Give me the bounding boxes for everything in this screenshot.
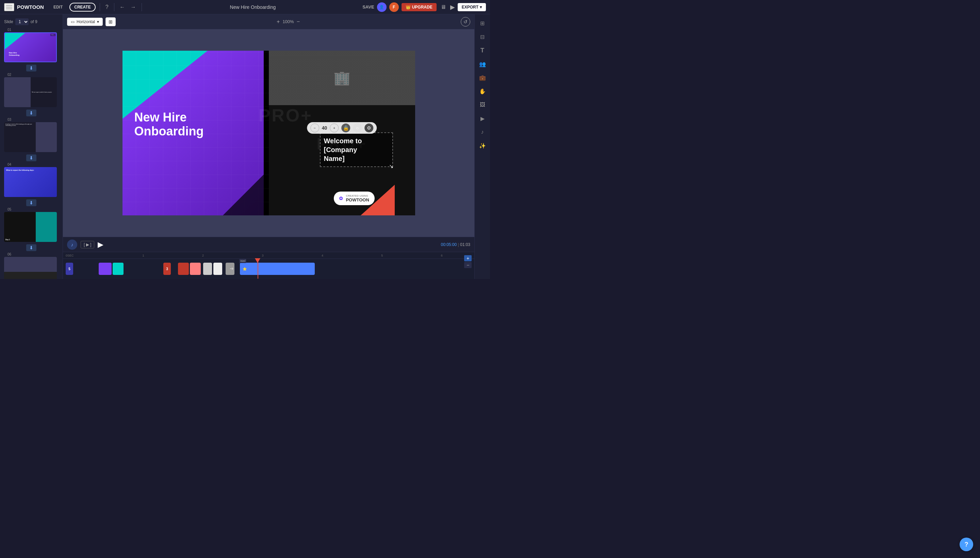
music-button[interactable]: ♪ (67, 240, 77, 250)
slide-thumb-1[interactable]: New HireOnboarding PRO+ (4, 32, 57, 62)
slide-thumb-3[interactable]: [employee name], will be leading you thr… (4, 122, 57, 152)
slide-add-btn-5[interactable]: ⬇ (26, 244, 36, 251)
slide-panel: Slide 1 of 9 01 New HireOnboarding PRO+ … (0, 14, 63, 279)
timeline-add-button[interactable]: + (464, 255, 472, 261)
text-editor-box[interactable]: Welcome to[CompanyName] ↘ (320, 132, 393, 167)
help-nav-icon[interactable]: ? (104, 3, 110, 11)
sidebar-people-button[interactable]: 👥 (476, 58, 489, 70)
slide-item-5[interactable]: 05 Day 1 ⬇ (0, 208, 62, 251)
slide-item-1[interactable]: 01 New HireOnboarding PRO+ ⬇ (0, 28, 62, 71)
text-editor-toolbar: − 40 + 🔒 ○ ⚙ (307, 122, 377, 134)
timeline-block-red2[interactable] (190, 263, 201, 275)
heading-line1: New Hire (135, 110, 204, 124)
zoom-minus-button[interactable]: − (297, 19, 300, 25)
user-avatar[interactable]: F (389, 2, 399, 12)
heading-line2: Onboarding (135, 124, 204, 138)
slide-num-04: 04 (4, 162, 59, 166)
timeline-block-5[interactable]: 5 (66, 263, 73, 275)
slide-thumb-2[interactable]: We are super excited to have you join. (4, 77, 57, 107)
slide-item-2[interactable]: 02 We are super excited to have you join… (0, 73, 62, 117)
slide-item-6[interactable]: 06 Day 2 ⬇ (0, 253, 62, 279)
lock-icon[interactable]: 🔒 (341, 123, 350, 132)
slide-add-btn-4[interactable]: ⬇ (26, 199, 36, 206)
office-photo: 🏢 (269, 51, 415, 105)
playback-bar: ♪ [ ▶ ] ▶ 00:05:00 | 01:03 (63, 237, 474, 252)
upgrade-button[interactable]: 👑 UPGRADE (402, 3, 437, 11)
decrease-font-btn[interactable]: − (310, 123, 319, 132)
slide-label: Slide (4, 20, 13, 24)
center-area: ▭ Horizontal ▾ ⊞ + 100% − ↺ (63, 14, 474, 279)
slide-item-4[interactable]: 04 What to expect the following days: ⬇ (0, 162, 62, 206)
increase-font-btn[interactable]: + (330, 123, 338, 132)
circle-icon[interactable]: ○ (353, 123, 362, 132)
app-logo: POWTOON (17, 4, 44, 10)
undo-button[interactable]: ← (118, 3, 126, 11)
ruler-marks: 0SEC 1 2 3 4 5 6 (66, 254, 472, 257)
timeline-block-teal[interactable] (113, 263, 123, 275)
slide-header: Slide 1 of 9 (0, 17, 62, 28)
timeline-block-selected[interactable]: ⭐ (240, 263, 315, 275)
slide-thumb-6[interactable]: Day 2 (4, 257, 57, 279)
slide-add-btn-1[interactable]: ⬇ (26, 65, 36, 71)
nav-separator3 (141, 3, 142, 11)
dark-triangle (223, 174, 264, 215)
office-bg: 🏢 (269, 51, 415, 105)
timeline-ruler: 0SEC 1 2 3 4 5 6 (63, 252, 474, 259)
chevron-down-icon: ▾ (480, 5, 482, 10)
timeline-minus-button[interactable]: − (464, 262, 472, 268)
slide-num-01: 01 (4, 28, 59, 32)
slide-num-03: 03 (4, 118, 59, 121)
grid-toggle-button[interactable]: ⊞ (105, 17, 116, 26)
slide-number-select[interactable]: 1 (15, 18, 29, 25)
sidebar-shapes-button[interactable]: 💼 (476, 71, 489, 84)
edit-button[interactable]: EDIT (49, 3, 67, 11)
timeline-block-white2[interactable] (213, 263, 222, 275)
slide-item-3[interactable]: 03 [employee name], will be leading you … (0, 118, 62, 161)
powtoon-badge: ✿ CREATED USING POWTOON (333, 192, 374, 205)
settings-icon[interactable]: ⚙ (364, 123, 373, 132)
timeline-block-3[interactable]: 3 (163, 263, 171, 275)
timeline-block-purple[interactable] (98, 263, 112, 275)
ruler-3: 3 (233, 254, 292, 257)
zoom-level: 100% (282, 19, 294, 24)
powtoon-badge-text-wrap: CREATED USING POWTOON (346, 194, 369, 202)
pro-watermark: PRO+ (259, 105, 313, 126)
right-sidebar: ⊞ ⊟ T 👥 💼 ✋ 🖼 ▶ ♪ ✨ (474, 14, 490, 279)
slide-add-btn-2[interactable]: ⬇ (26, 110, 36, 117)
ruler-2: 2 (173, 254, 233, 257)
ruler-0: 0SEC (66, 254, 113, 257)
resize-handle[interactable]: ↘ (389, 163, 396, 170)
slide-add-btn-3[interactable]: ⬇ (26, 154, 36, 161)
canvas-area[interactable]: New Hire Onboarding PRO+ 🏢 (63, 29, 474, 237)
slide-main-heading[interactable]: New Hire Onboarding (135, 110, 204, 138)
time-display: 00:05:00 | 01:03 (441, 242, 470, 247)
account-avatar[interactable]: 👤 (377, 2, 387, 12)
sidebar-video-button[interactable]: ▶ (476, 112, 489, 125)
sidebar-hand-button[interactable]: ✋ (476, 85, 489, 97)
reset-view-button[interactable]: ↺ (461, 17, 470, 26)
sidebar-effects-button[interactable]: ✨ (476, 140, 489, 152)
zoom-plus-button[interactable]: + (277, 19, 280, 25)
slide-thumb-5[interactable]: Day 1 (4, 212, 57, 242)
sidebar-text-button[interactable]: T (476, 44, 489, 56)
sidebar-image-button[interactable]: 🖼 (476, 98, 489, 111)
play-button[interactable]: ▶ (98, 240, 103, 249)
sidebar-layout-button[interactable]: ⊞ (476, 17, 489, 29)
timeline-block-white1[interactable] (203, 263, 212, 275)
sidebar-audio-button[interactable]: ♪ (476, 126, 489, 138)
ruler-5: 5 (352, 254, 412, 257)
nav-separator (100, 3, 100, 11)
bracket-button[interactable]: [ ▶ ] (80, 241, 94, 248)
time-total: 01:03 (460, 242, 470, 247)
layout-select[interactable]: ▭ Horizontal ▾ (67, 18, 103, 26)
slide-thumb-4[interactable]: What to expect the following days: (4, 167, 57, 197)
sidebar-grid-button[interactable]: ⊟ (476, 31, 489, 43)
save-button[interactable]: SAVE (363, 5, 374, 10)
hamburger-menu[interactable] (4, 3, 14, 11)
redo-button[interactable]: → (129, 3, 138, 11)
create-button[interactable]: CREATE (69, 3, 95, 11)
export-button[interactable]: EXPORT ▾ (458, 3, 486, 11)
screen-icon[interactable]: 🖥 (439, 3, 448, 11)
timeline-block-red1[interactable] (178, 263, 189, 275)
play-nav-button[interactable]: ▶ (450, 3, 455, 11)
